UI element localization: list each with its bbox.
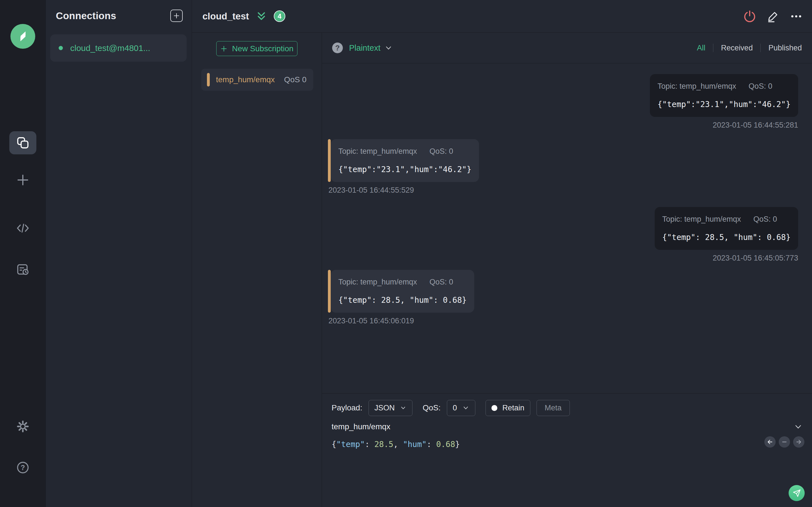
connections-icon bbox=[9, 131, 36, 154]
tab-separator bbox=[760, 44, 761, 52]
message-topic: Topic: temp_hum/emqx bbox=[338, 278, 417, 286]
connections-title: Connections bbox=[56, 10, 116, 21]
ellipsis-icon bbox=[790, 10, 802, 22]
nav-log[interactable] bbox=[0, 263, 46, 276]
meta-label: Meta bbox=[545, 404, 562, 412]
message-bubble: Topic: temp_hum/emqx QoS: 0 {"temp":"23.… bbox=[650, 74, 798, 117]
message-topic: Topic: temp_hum/emqx bbox=[662, 215, 741, 224]
pencil-icon bbox=[767, 10, 779, 22]
message-payload: {"temp": 28.5, "hum": 0.68} bbox=[338, 295, 467, 305]
connections-panel: Connections cloud_test@m4801... bbox=[46, 0, 192, 507]
new-subscription-button[interactable]: New Subscription bbox=[216, 41, 297, 56]
message-qos: QoS: 0 bbox=[753, 215, 777, 224]
connection-title: cloud_test bbox=[202, 11, 249, 22]
publish-topic-input[interactable]: temp_hum/emqx bbox=[332, 422, 391, 431]
payload-label: Payload: bbox=[332, 403, 362, 412]
editor-token: 28.5 bbox=[374, 440, 393, 449]
collapse-panel-button[interactable] bbox=[256, 11, 267, 22]
subscription-qos: QoS 0 bbox=[284, 75, 306, 84]
connection-list-item[interactable]: cloud_test@m4801... bbox=[50, 34, 187, 62]
message-qos: QoS: 0 bbox=[749, 82, 772, 91]
plus-icon bbox=[173, 13, 180, 19]
connections-header: Connections bbox=[46, 0, 192, 22]
editor-token: : bbox=[365, 440, 374, 449]
svg-text:?: ? bbox=[20, 464, 25, 471]
message-bubble: Topic: temp_hum/emqx QoS: 0 {"temp": 28.… bbox=[655, 207, 798, 250]
help-circle-icon: ? bbox=[16, 461, 30, 474]
double-chevron-down-icon bbox=[256, 11, 267, 22]
new-connection-button[interactable] bbox=[0, 173, 46, 187]
message-topic: Topic: temp_hum/emqx bbox=[338, 147, 417, 156]
message-timestamp: 2023-01-05 16:44:55:281 bbox=[328, 121, 798, 129]
publish-toolbar: Payload: JSON QoS: 0 bbox=[322, 393, 812, 418]
minus-icon bbox=[781, 439, 788, 445]
topbar-actions bbox=[743, 10, 802, 23]
history-next-button[interactable] bbox=[793, 436, 804, 448]
message-list[interactable]: Topic: temp_hum/emqx QoS: 0 {"temp":"23.… bbox=[322, 63, 812, 393]
message-timestamp: 2023-01-05 16:45:06:019 bbox=[328, 317, 798, 325]
editor-token: { bbox=[332, 440, 336, 449]
add-connection-button[interactable] bbox=[170, 10, 183, 22]
chevron-down-icon bbox=[794, 422, 803, 432]
connection-body: New Subscription temp_hum/emqx QoS 0 ? P… bbox=[192, 33, 812, 507]
disconnect-button[interactable] bbox=[743, 10, 756, 23]
nav-script[interactable] bbox=[0, 221, 46, 235]
edit-connection-button[interactable] bbox=[767, 10, 779, 22]
chevron-down-icon bbox=[384, 44, 393, 52]
subscription-color-bar bbox=[207, 73, 210, 87]
payload-type-select[interactable]: JSON bbox=[368, 400, 412, 416]
history-current-button[interactable] bbox=[779, 436, 790, 448]
tab-published[interactable]: Published bbox=[768, 44, 802, 52]
collapse-editor-button[interactable] bbox=[794, 422, 803, 432]
subscription-item[interactable]: temp_hum/emqx QoS 0 bbox=[201, 69, 313, 91]
left-rail: ? bbox=[0, 0, 46, 507]
editor-token: "hum" bbox=[403, 440, 426, 449]
payload-format-help-icon[interactable]: ? bbox=[332, 43, 343, 53]
plus-icon bbox=[220, 45, 227, 52]
message-bubble: Topic: temp_hum/emqx QoS: 0 {"temp": 28.… bbox=[331, 270, 474, 313]
nav-connections[interactable] bbox=[0, 131, 46, 154]
retain-toggle[interactable]: Retain bbox=[486, 400, 530, 416]
arrow-left-icon bbox=[767, 439, 773, 445]
meta-button[interactable]: Meta bbox=[537, 400, 570, 416]
qos-select[interactable]: 0 bbox=[447, 400, 475, 416]
message-payload: {"temp": 28.5, "hum": 0.68} bbox=[662, 233, 791, 242]
retain-dot-icon bbox=[492, 405, 497, 411]
tab-all[interactable]: All bbox=[697, 44, 705, 52]
messages-toolbar: ? Plaintext All Received Published bbox=[322, 33, 812, 63]
message-count-badge: 4 bbox=[274, 10, 285, 22]
connection-view: cloud_test 4 bbox=[192, 0, 812, 507]
payload-editor[interactable]: {"temp": 28.5, "hum": 0.68} bbox=[322, 436, 812, 507]
settings-button[interactable] bbox=[0, 420, 46, 433]
payload-type-value: JSON bbox=[374, 404, 395, 412]
more-options-button[interactable] bbox=[790, 10, 802, 22]
message-timestamp: 2023-01-05 16:44:55:529 bbox=[328, 186, 798, 194]
subscriptions-panel: New Subscription temp_hum/emqx QoS 0 bbox=[192, 33, 322, 507]
tab-received[interactable]: Received bbox=[721, 44, 753, 52]
chevron-down-icon bbox=[400, 404, 407, 412]
app-logo bbox=[0, 24, 46, 49]
editor-token: 0.68 bbox=[436, 440, 455, 449]
plus-icon bbox=[16, 173, 30, 187]
arrow-right-icon bbox=[795, 439, 802, 445]
messages-panel: ? Plaintext All Received Published bbox=[322, 33, 812, 507]
send-button[interactable] bbox=[789, 485, 805, 501]
message-color-bar bbox=[328, 270, 331, 313]
mqttx-logo-icon bbox=[10, 24, 35, 49]
history-prev-button[interactable] bbox=[764, 436, 776, 448]
message-qos: QoS: 0 bbox=[429, 278, 453, 286]
payload-history-nav bbox=[764, 436, 804, 448]
tab-separator bbox=[713, 44, 714, 52]
message-filter-tabs: All Received Published bbox=[697, 44, 802, 52]
message-published: Topic: temp_hum/emqx QoS: 0 {"temp": 28.… bbox=[328, 207, 798, 263]
message-qos: QoS: 0 bbox=[429, 147, 453, 156]
help-button[interactable]: ? bbox=[0, 461, 46, 474]
message-received: Topic: temp_hum/emqx QoS: 0 {"temp":"23.… bbox=[328, 139, 798, 194]
subscription-topic: temp_hum/emqx bbox=[216, 75, 275, 84]
editor-token: "temp" bbox=[336, 440, 365, 449]
log-icon bbox=[16, 263, 30, 276]
qos-label: QoS: bbox=[423, 403, 441, 412]
payload-format-select[interactable]: Plaintext bbox=[349, 43, 393, 53]
message-topic: Topic: temp_hum/emqx bbox=[658, 82, 736, 91]
connection-topbar: cloud_test 4 bbox=[192, 0, 812, 33]
